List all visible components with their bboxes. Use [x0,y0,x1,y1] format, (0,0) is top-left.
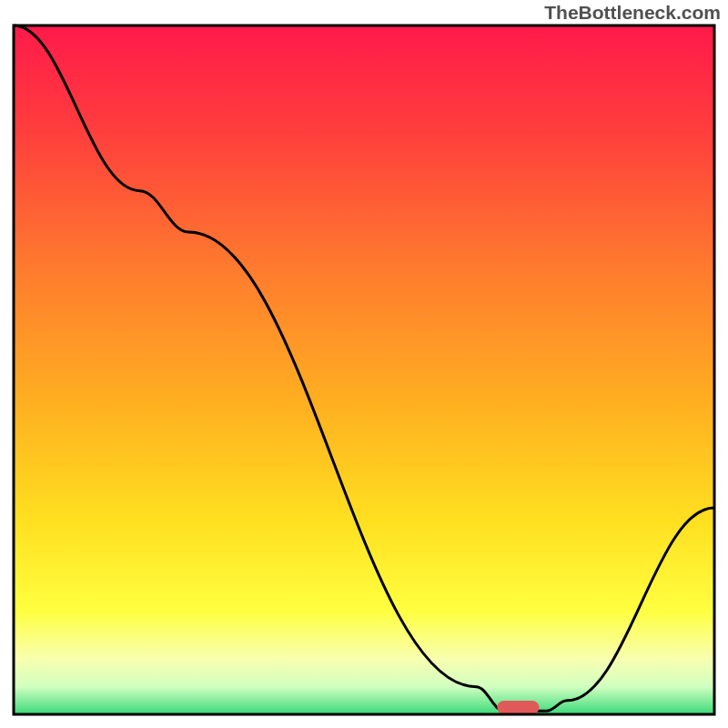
bottleneck-chart [0,0,728,728]
gradient-background [14,25,714,714]
optimal-range-marker [497,701,539,714]
chart-container: TheBottleneck.com [0,0,728,728]
watermark-text: TheBottleneck.com [544,2,721,24]
